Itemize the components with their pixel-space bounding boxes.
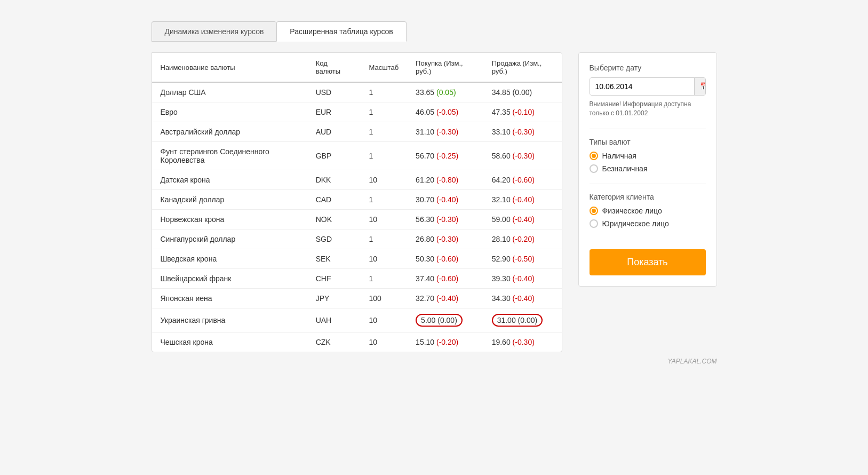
- radio-cash[interactable]: [590, 152, 598, 160]
- sell-change: (-0.40): [513, 195, 535, 204]
- table-row: Фунт стерлингов Соединенного Королевства…: [152, 142, 562, 170]
- cell-sell: 28.10 (-0.20): [483, 229, 562, 249]
- client-category-group: Физическое лицо Юридическое лицо: [590, 207, 706, 228]
- currency-table-section: Наименование валюты Код валюты Масштаб П…: [152, 52, 562, 352]
- cell-code: USD: [307, 82, 361, 102]
- table-body: Доллар СШАUSD133.65 (0.05)34.85 (0.00)Ев…: [152, 82, 562, 352]
- cell-scale: 1: [360, 190, 407, 210]
- sell-change: (-0.40): [513, 274, 535, 283]
- table-row: Украинская гривнаUAH105.00 (0.00)31.00 (…: [152, 308, 562, 332]
- cell-code: GBP: [307, 142, 361, 170]
- buy-change: (-0.20): [436, 338, 458, 346]
- cell-name: Австралийский доллар: [152, 122, 307, 142]
- radio-legal-label[interactable]: Юридическое лицо: [590, 219, 706, 228]
- buy-change: (-0.30): [436, 128, 458, 136]
- table-row: ЕвроEUR146.05 (-0.05)47.35 (-0.10): [152, 102, 562, 122]
- col-header-name: Наименование валюты: [152, 53, 307, 82]
- table-row: Чешская кронаCZK1015.10 (-0.20)19.60 (-0…: [152, 332, 562, 352]
- radio-noncash[interactable]: [590, 164, 598, 173]
- sell-change: (-0.30): [513, 152, 535, 160]
- cell-scale: 1: [360, 142, 407, 170]
- table-row: Японская иенаJPY10032.70 (-0.40)34.30 (-…: [152, 289, 562, 308]
- sell-change: (-0.50): [513, 255, 535, 263]
- cell-code: CAD: [307, 190, 361, 210]
- cell-code: EUR: [307, 102, 361, 122]
- main-content: Наименование валюты Код валюты Масштаб П…: [152, 52, 717, 352]
- buy-change: (-0.40): [436, 195, 458, 204]
- radio-noncash-label[interactable]: Безналичная: [590, 164, 706, 173]
- sell-change: (-0.10): [513, 108, 535, 116]
- radio-physical-label[interactable]: Физическое лицо: [590, 207, 706, 215]
- cell-buy: 46.05 (-0.05): [407, 102, 483, 122]
- radio-cash-label[interactable]: Наличная: [590, 152, 706, 160]
- sell-change: (-0.40): [513, 294, 535, 303]
- cell-buy: 37.40 (-0.60): [407, 269, 483, 289]
- cell-name: Чешская крона: [152, 332, 307, 352]
- cell-sell: 31.00 (0.00): [483, 308, 562, 332]
- cell-sell: 34.30 (-0.40): [483, 289, 562, 308]
- radio-cash-text: Наличная: [602, 152, 636, 160]
- buy-change: (-0.60): [436, 255, 458, 263]
- client-category-section: Категория клиента Физическое лицо Юридич…: [590, 193, 706, 228]
- watermark: YAPLAKAL.COM: [152, 358, 717, 365]
- cell-code: AUD: [307, 122, 361, 142]
- currency-type-label: Типы валют: [590, 138, 706, 146]
- tab-bar: Динамика изменения курсов Расширенная та…: [152, 21, 717, 42]
- cell-code: JPY: [307, 289, 361, 308]
- cell-code: CHF: [307, 269, 361, 289]
- table-row: Сингапурский долларSGD126.80 (-0.30)28.1…: [152, 229, 562, 249]
- cell-scale: 100: [360, 289, 407, 308]
- sell-change: (-0.40): [513, 215, 535, 224]
- cell-name: Фунт стерлингов Соединенного Королевства: [152, 142, 307, 170]
- cell-code: SGD: [307, 229, 361, 249]
- col-header-buy: Покупка (Изм., руб.): [407, 53, 483, 82]
- sell-change: (-0.30): [513, 128, 535, 136]
- radio-physical-text: Физическое лицо: [602, 207, 662, 215]
- sell-change: (-0.20): [513, 235, 535, 243]
- sidebar: Выберите дату 📅 Внимание! Информация дос…: [578, 52, 717, 287]
- date-input[interactable]: [590, 78, 694, 95]
- cell-buy: 15.10 (-0.20): [407, 332, 483, 352]
- table-row: Швейцарский франкCHF137.40 (-0.60)39.30 …: [152, 269, 562, 289]
- cell-name: Датская крона: [152, 170, 307, 190]
- divider-1: [590, 129, 706, 129]
- table-row: Шведская кронаSEK1050.30 (-0.60)52.90 (-…: [152, 249, 562, 269]
- buy-change: (-0.05): [436, 108, 458, 116]
- currency-type-section: Типы валют Наличная Безналичная: [590, 138, 706, 173]
- cell-code: UAH: [307, 308, 361, 332]
- cell-name: Доллар США: [152, 82, 307, 102]
- radio-noncash-text: Безналичная: [602, 164, 648, 173]
- cell-buy: 30.70 (-0.40): [407, 190, 483, 210]
- cell-buy: 56.70 (-0.25): [407, 142, 483, 170]
- cell-scale: 10: [360, 308, 407, 332]
- col-header-sell: Продажа (Изм., руб.): [483, 53, 562, 82]
- sell-change: (-0.30): [513, 338, 535, 346]
- cell-name: Евро: [152, 102, 307, 122]
- radio-legal[interactable]: [590, 219, 598, 228]
- cell-sell: 52.90 (-0.50): [483, 249, 562, 269]
- cell-buy: 33.65 (0.05): [407, 82, 483, 102]
- divider-2: [590, 184, 706, 184]
- cell-scale: 1: [360, 229, 407, 249]
- table-row: Канадский долларCAD130.70 (-0.40)32.10 (…: [152, 190, 562, 210]
- cell-code: NOK: [307, 210, 361, 229]
- table-header-row: Наименование валюты Код валюты Масштаб П…: [152, 53, 562, 82]
- currency-table: Наименование валюты Код валюты Масштаб П…: [152, 53, 562, 352]
- buy-change: (0.05): [436, 88, 456, 97]
- tab-dynamics[interactable]: Динамика изменения курсов: [152, 21, 277, 42]
- date-notice: Внимание! Информация доступна только с 0…: [590, 100, 706, 118]
- cell-sell: 39.30 (-0.40): [483, 269, 562, 289]
- cell-name: Норвежская крона: [152, 210, 307, 229]
- cell-name: Сингапурский доллар: [152, 229, 307, 249]
- calendar-button[interactable]: 📅: [694, 78, 706, 95]
- show-button[interactable]: Показать: [590, 249, 706, 275]
- buy-change: (-0.40): [436, 294, 458, 303]
- tab-extended[interactable]: Расширенная таблица курсов: [276, 21, 406, 42]
- date-section: Выберите дату 📅 Внимание! Информация дос…: [590, 64, 706, 118]
- page-container: Динамика изменения курсов Расширенная та…: [141, 11, 728, 376]
- buy-change: (-0.80): [436, 176, 458, 184]
- radio-physical[interactable]: [590, 207, 598, 215]
- buy-change: (-0.30): [436, 235, 458, 243]
- highlighted-sell: 31.00 (0.00): [492, 314, 543, 327]
- buy-change: (-0.30): [436, 215, 458, 224]
